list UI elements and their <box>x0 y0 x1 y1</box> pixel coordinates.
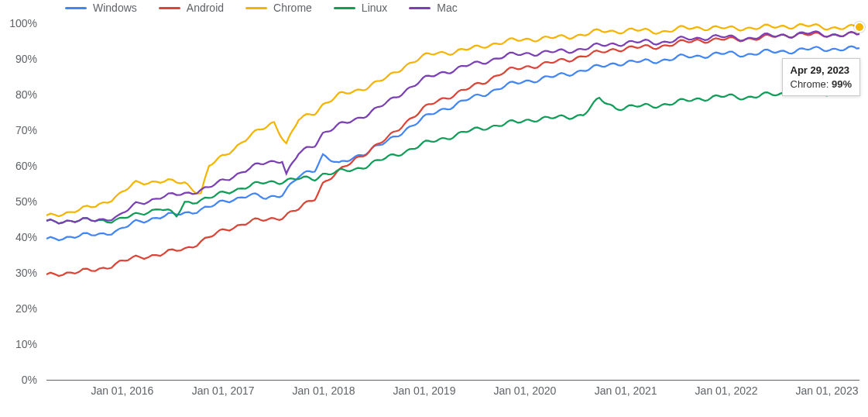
y-tick: 60% <box>0 160 37 172</box>
tooltip-series-label: Chrome: <box>791 78 832 90</box>
series-line-mac <box>46 31 859 223</box>
y-tick: 70% <box>0 124 37 136</box>
legend-swatch <box>334 7 355 9</box>
legend-swatch <box>159 7 180 9</box>
plot-area[interactable] <box>46 23 859 380</box>
y-tick: 30% <box>0 267 37 279</box>
legend-item-android[interactable]: Android <box>159 2 224 14</box>
legend-item-linux[interactable]: Linux <box>334 2 387 14</box>
series-line-linux <box>46 89 859 223</box>
y-axis: 0%10%20%30%40%50%60%70%80%90%100% <box>0 23 43 380</box>
tooltip-marker <box>854 22 865 33</box>
y-tick: 0% <box>0 374 37 386</box>
x-tick: Jan 01, 2021 <box>595 384 657 397</box>
legend-item-chrome[interactable]: Chrome <box>245 2 312 14</box>
x-tick: Jan 01, 2019 <box>393 384 455 397</box>
legend-swatch <box>245 7 267 9</box>
legend-label: Android <box>187 2 224 14</box>
y-tick: 40% <box>0 231 37 243</box>
x-tick: Jan 01, 2023 <box>796 384 859 397</box>
series-line-chrome <box>46 24 859 216</box>
legend-label: Mac <box>437 2 457 14</box>
legend-label: Linux <box>362 2 387 14</box>
series-line-android <box>46 32 859 276</box>
y-tick: 20% <box>0 302 37 315</box>
legend-label: Chrome <box>273 2 312 14</box>
x-tick: Jan 01, 2017 <box>192 384 255 397</box>
x-axis: Jan 01, 2016Jan 01, 2017Jan 01, 2018Jan … <box>46 384 859 400</box>
y-tick: 80% <box>0 88 37 101</box>
legend-swatch <box>409 7 431 9</box>
y-tick: 50% <box>0 195 37 208</box>
y-tick: 100% <box>0 17 37 29</box>
tooltip-date: Apr 29, 2023 <box>791 64 850 76</box>
legend-item-windows[interactable]: Windows <box>65 2 137 14</box>
x-tick: Jan 01, 2020 <box>493 384 556 397</box>
tooltip: Apr 29, 2023 Chrome: 99% <box>782 58 861 96</box>
x-tick: Jan 01, 2018 <box>293 384 355 397</box>
y-tick: 10% <box>0 338 37 350</box>
x-tick: Jan 01, 2016 <box>91 384 153 397</box>
legend-label: Windows <box>93 2 137 14</box>
plot-svg <box>46 23 859 380</box>
series-line-windows <box>46 47 859 241</box>
y-tick: 90% <box>0 53 37 65</box>
legend: WindowsAndroidChromeLinuxMac <box>65 2 458 14</box>
x-tick: Jan 01, 2022 <box>695 384 758 397</box>
x-axis-line <box>46 380 859 381</box>
legend-swatch <box>65 7 87 9</box>
tooltip-value: 99% <box>832 78 852 90</box>
legend-item-mac[interactable]: Mac <box>409 2 457 14</box>
chart: WindowsAndroidChromeLinuxMac 0%10%20%30%… <box>0 0 868 417</box>
